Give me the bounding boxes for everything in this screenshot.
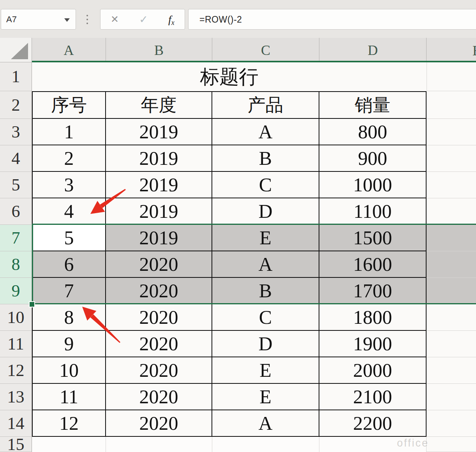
cell-C12[interactable]: E: [212, 357, 319, 384]
cell-E9[interactable]: [427, 278, 476, 304]
row-header-1[interactable]: 1: [0, 62, 32, 91]
cell-D10[interactable]: 1800: [319, 304, 427, 331]
cell-A13[interactable]: 11: [32, 384, 106, 410]
cell-B10[interactable]: 2020: [106, 304, 212, 331]
cell-B8[interactable]: 2020: [106, 251, 212, 278]
cell-E10[interactable]: [427, 304, 476, 331]
cell-C5[interactable]: C: [212, 172, 319, 198]
column-header-D[interactable]: D: [319, 38, 427, 62]
cell-B14[interactable]: 2020: [106, 410, 212, 437]
cell-A14[interactable]: 12: [32, 410, 106, 437]
row-header-8[interactable]: 8: [0, 251, 32, 278]
cell-C14[interactable]: A: [212, 410, 319, 437]
cell-B4[interactable]: 2019: [106, 145, 212, 172]
cell-D3[interactable]: 800: [319, 119, 427, 145]
cell-B5[interactable]: 2019: [106, 172, 212, 198]
cell-E2[interactable]: [427, 91, 476, 119]
cell-A8[interactable]: 6: [32, 251, 106, 278]
cell-E12[interactable]: [427, 357, 476, 384]
row-header-3[interactable]: 3: [0, 119, 32, 145]
cell-D9[interactable]: 1700: [319, 278, 427, 304]
cell-C7[interactable]: E: [212, 225, 319, 251]
cell-C8[interactable]: A: [212, 251, 319, 278]
cell-E14[interactable]: [427, 410, 476, 437]
cell-D2[interactable]: 销量: [319, 91, 427, 119]
cell-E5[interactable]: [427, 172, 476, 198]
row-header-4[interactable]: 4: [0, 145, 32, 172]
cell-A2[interactable]: 序号: [32, 91, 106, 119]
cell-C4[interactable]: B: [212, 145, 319, 172]
cell-A4[interactable]: 2: [32, 145, 106, 172]
name-box-dropdown-icon[interactable]: [64, 18, 70, 22]
cell-D4[interactable]: 900: [319, 145, 427, 172]
row-header-12[interactable]: 12: [0, 357, 32, 384]
cell-D8[interactable]: 1600: [319, 251, 427, 278]
cell-E1[interactable]: [427, 62, 476, 91]
cell-B13[interactable]: 2020: [106, 384, 212, 410]
cell-C3[interactable]: A: [212, 119, 319, 145]
cell-C11[interactable]: D: [212, 331, 319, 357]
row-header-13[interactable]: 13: [0, 384, 32, 410]
cell-B11[interactable]: 2020: [106, 331, 212, 357]
cell-E3[interactable]: [427, 119, 476, 145]
cell-C10[interactable]: C: [212, 304, 319, 331]
cell-D12[interactable]: 2000: [319, 357, 427, 384]
cell-C13[interactable]: E: [212, 384, 319, 410]
cell-E15[interactable]: [427, 437, 476, 452]
cell-C6[interactable]: D: [212, 198, 319, 225]
cell-A11[interactable]: 9: [32, 331, 106, 357]
row-header-15[interactable]: 15: [0, 437, 32, 452]
formula-bar[interactable]: =ROW()-2: [188, 9, 476, 30]
column-header-E[interactable]: E: [427, 38, 476, 62]
row-header-9[interactable]: 9: [0, 278, 32, 304]
cell-D7[interactable]: 1500: [319, 225, 427, 251]
cell-C15[interactable]: [212, 437, 319, 452]
row-header-2[interactable]: 2: [0, 91, 32, 119]
cell-E8[interactable]: [427, 251, 476, 278]
cell-D15[interactable]: [319, 437, 427, 452]
column-header-B[interactable]: B: [106, 38, 212, 62]
cell-A10[interactable]: 8: [32, 304, 106, 331]
cell-D13[interactable]: 2100: [319, 384, 427, 410]
row-header-6[interactable]: 6: [0, 198, 32, 225]
cell-A12[interactable]: 10: [32, 357, 106, 384]
cell-E7[interactable]: [427, 225, 476, 251]
cancel-icon[interactable]: ✕: [111, 14, 119, 25]
cell-C2[interactable]: 产品: [212, 91, 319, 119]
row-header-10[interactable]: 10: [0, 304, 32, 331]
title-cell[interactable]: 标题行: [32, 62, 427, 91]
cell-D11[interactable]: 1900: [319, 331, 427, 357]
cell-A9[interactable]: 7: [32, 278, 106, 304]
cell-B7[interactable]: 2019: [106, 225, 212, 251]
cell-E11[interactable]: [427, 331, 476, 357]
cell-D6[interactable]: 1100: [319, 198, 427, 225]
insert-function-icon[interactable]: fx: [168, 13, 175, 26]
cell-B15[interactable]: [106, 437, 212, 452]
cell-A5[interactable]: 3: [32, 172, 106, 198]
cell-B6[interactable]: 2019: [106, 198, 212, 225]
select-all-corner[interactable]: [0, 38, 32, 62]
cell-A15[interactable]: [32, 437, 106, 452]
confirm-icon[interactable]: ✓: [139, 13, 148, 26]
cell-A6[interactable]: 4: [32, 198, 106, 225]
cell-D5[interactable]: 1000: [319, 172, 427, 198]
cell-B12[interactable]: 2020: [106, 357, 212, 384]
column-header-A[interactable]: A: [32, 38, 106, 62]
cell-B3[interactable]: 2019: [106, 119, 212, 145]
fill-handle[interactable]: [29, 301, 35, 307]
cell-A3[interactable]: 1: [32, 119, 106, 145]
cell-B2[interactable]: 年度: [106, 91, 212, 119]
cell-E4[interactable]: [427, 145, 476, 172]
cell-E6[interactable]: [427, 198, 476, 225]
cell-D14[interactable]: 2200: [319, 410, 427, 437]
row-header-7[interactable]: 7: [0, 225, 32, 251]
cell-C9[interactable]: B: [212, 278, 319, 304]
name-box[interactable]: A7: [1, 9, 76, 30]
row-header-5[interactable]: 5: [0, 172, 32, 198]
row-header-11[interactable]: 11: [0, 331, 32, 357]
row-header-14[interactable]: 14: [0, 410, 32, 437]
cell-E13[interactable]: [427, 384, 476, 410]
cell-B9[interactable]: 2020: [106, 278, 212, 304]
column-header-C[interactable]: C: [212, 38, 319, 62]
cell-A7-active[interactable]: 5: [32, 225, 106, 251]
